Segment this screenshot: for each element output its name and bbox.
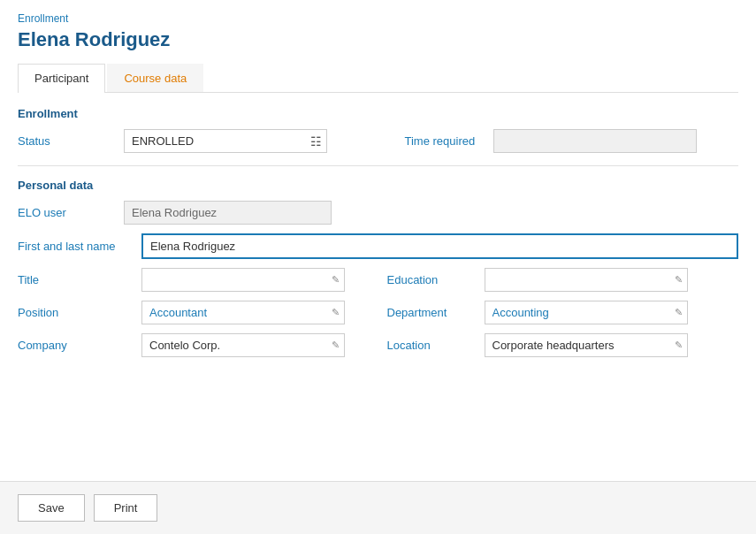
education-input[interactable] bbox=[485, 268, 688, 292]
status-group: Status ENROLLED ☷ bbox=[18, 129, 378, 153]
enrollment-section-title: Enrollment bbox=[18, 107, 738, 120]
main-content: Enrollment Elena Rodriguez Participant C… bbox=[0, 0, 756, 477]
title-input-wrap: ✎ bbox=[141, 268, 345, 292]
company-edit-icon[interactable]: ✎ bbox=[332, 339, 340, 351]
department-input-wrap: ✎ bbox=[485, 301, 688, 324]
position-input-wrap: ✎ bbox=[141, 301, 345, 324]
position-group: Position ✎ bbox=[18, 301, 370, 324]
company-input-wrap: ✎ bbox=[141, 333, 345, 357]
personal-data-section-title: Personal data bbox=[18, 179, 738, 192]
status-select[interactable]: ENROLLED bbox=[124, 129, 327, 153]
elo-user-row: ELO user bbox=[18, 201, 738, 225]
title-education-row: Title ✎ Education ✎ bbox=[18, 268, 738, 292]
time-required-group: Time required bbox=[378, 129, 739, 153]
location-group: Location ✎ bbox=[370, 333, 739, 357]
education-label: Education bbox=[387, 273, 485, 286]
position-label: Position bbox=[18, 306, 141, 319]
title-group: Title ✎ bbox=[18, 268, 370, 292]
location-edit-icon[interactable]: ✎ bbox=[675, 339, 683, 351]
department-label: Department bbox=[387, 306, 485, 319]
save-button[interactable]: Save bbox=[18, 494, 85, 522]
elo-user-label: ELO user bbox=[18, 206, 124, 219]
print-button[interactable]: Print bbox=[94, 494, 158, 522]
breadcrumb[interactable]: Enrollment bbox=[18, 12, 738, 25]
location-input[interactable] bbox=[485, 333, 688, 357]
first-last-name-input[interactable] bbox=[141, 233, 738, 259]
title-edit-icon[interactable]: ✎ bbox=[332, 274, 340, 286]
first-last-name-label: First and last name bbox=[18, 240, 141, 253]
department-edit-icon[interactable]: ✎ bbox=[675, 307, 683, 318]
department-group: Department ✎ bbox=[370, 301, 739, 324]
status-row: Status ENROLLED ☷ Time required bbox=[18, 129, 738, 153]
elo-user-input bbox=[124, 201, 332, 225]
tab-participant[interactable]: Participant bbox=[18, 64, 105, 93]
company-group: Company ✎ bbox=[18, 333, 370, 357]
section-divider-1 bbox=[18, 165, 738, 166]
page-title: Elena Rodriguez bbox=[18, 28, 738, 51]
education-input-wrap: ✎ bbox=[485, 268, 688, 292]
department-input[interactable] bbox=[485, 301, 688, 324]
position-edit-icon[interactable]: ✎ bbox=[332, 307, 340, 318]
location-label: Location bbox=[387, 339, 485, 352]
time-required-label: Time required bbox=[378, 134, 493, 148]
tabs-bar: Participant Course data bbox=[18, 64, 738, 93]
company-location-row: Company ✎ Location ✎ bbox=[18, 333, 738, 357]
status-label: Status bbox=[18, 134, 124, 148]
footer: Save Print bbox=[0, 481, 756, 534]
tab-course-data[interactable]: Course data bbox=[107, 64, 203, 92]
status-select-wrapper: ENROLLED ☷ bbox=[124, 129, 327, 153]
education-group: Education ✎ bbox=[370, 268, 739, 292]
education-edit-icon[interactable]: ✎ bbox=[675, 274, 683, 286]
first-last-name-row: First and last name bbox=[18, 233, 738, 259]
title-label: Title bbox=[18, 273, 141, 286]
location-input-wrap: ✎ bbox=[485, 333, 688, 357]
company-input[interactable] bbox=[141, 333, 345, 357]
position-department-row: Position ✎ Department ✎ bbox=[18, 301, 738, 324]
time-required-input[interactable] bbox=[493, 129, 697, 153]
position-input[interactable] bbox=[141, 301, 345, 324]
company-label: Company bbox=[18, 339, 141, 352]
elo-user-group: ELO user bbox=[18, 201, 738, 225]
title-input[interactable] bbox=[141, 268, 345, 292]
